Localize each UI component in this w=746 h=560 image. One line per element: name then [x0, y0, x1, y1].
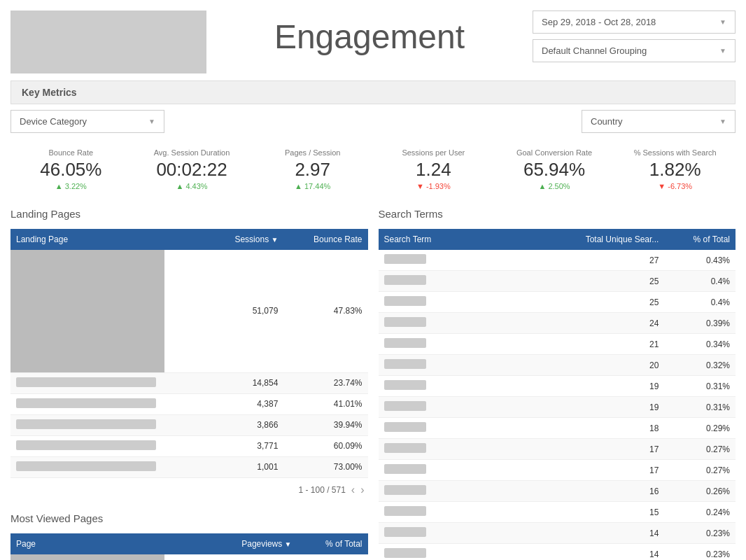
search-term-cell	[379, 418, 540, 439]
device-category-dropdown[interactable]: Device Category ▼	[10, 110, 164, 133]
up-icon	[295, 182, 304, 190]
date-range-arrow-icon: ▼	[719, 18, 726, 26]
search-term-cell	[379, 397, 540, 418]
sessions-cell: 51,079	[207, 250, 284, 372]
country-arrow-icon: ▼	[719, 118, 726, 125]
search-term-cell	[379, 271, 540, 292]
landing-page-cell	[10, 414, 207, 435]
landing-pages-pagination: 1 - 100 / 571 ‹ ›	[10, 478, 368, 502]
table-row: 3,771 60.09%	[10, 435, 368, 456]
search-term-cell	[379, 523, 540, 544]
table-row: 65,532 25.40%	[10, 554, 368, 561]
most-viewed-pages-title: Most Viewed Pages	[10, 509, 368, 528]
date-range-label: Sep 29, 2018 - Oct 28, 2018	[542, 17, 656, 27]
unique-searches-cell: 27	[539, 250, 664, 271]
sessions-cell: 4,387	[207, 393, 284, 414]
landing-page-cell	[10, 435, 207, 456]
unique-searches-cell: 14	[539, 523, 664, 544]
landing-page-cell	[10, 372, 207, 393]
unique-searches-cell: 14	[539, 544, 664, 561]
table-row: 17 0.27%	[379, 460, 736, 481]
pct-search-cell: 0.4%	[664, 271, 736, 292]
date-range-dropdown[interactable]: Sep 29, 2018 - Oct 28, 2018 ▼	[533, 10, 736, 34]
blurred-image-overlay	[10, 554, 164, 561]
sessions-cell: 3,771	[207, 435, 284, 456]
unique-searches-cell: 25	[539, 271, 664, 292]
bounce-rate-cell: 39.94%	[283, 414, 367, 435]
search-term-cell	[379, 313, 540, 334]
unique-searches-col-header: Total Unique Sear...	[539, 229, 664, 250]
search-term-cell	[379, 544, 540, 561]
pct-search-cell: 0.34%	[664, 334, 736, 355]
metric-pages-session: Pages / Session 2.97 17.44%	[252, 148, 373, 190]
bounce-rate-cell: 73.00%	[283, 456, 367, 477]
country-label: Country	[591, 116, 623, 127]
page-cell	[10, 554, 207, 561]
unique-searches-cell: 16	[539, 481, 664, 502]
landing-page-cell	[10, 250, 207, 372]
up-icon	[176, 182, 185, 190]
metric-avg-session: Avg. Session Duration 00:02:22 4.43%	[132, 148, 253, 190]
table-row: 18 0.29%	[379, 418, 736, 439]
pct-search-cell: 0.27%	[664, 460, 736, 481]
bounce-rate-cell: 47.83%	[283, 250, 367, 372]
channel-grouping-dropdown[interactable]: Default Channel Grouping ▼	[533, 39, 736, 62]
search-terms-title: Search Terms	[379, 204, 736, 223]
table-row: 25 0.4%	[379, 292, 736, 313]
bounce-rate-cell: 60.09%	[283, 435, 367, 456]
metric-goal-conversion: Goal Conversion Rate 65.94% 2.50%	[494, 148, 615, 190]
bounce-rate-cell: 23.74%	[283, 372, 367, 393]
page-col-header: Page	[10, 533, 207, 554]
sessions-cell: 14,854	[207, 372, 284, 393]
channel-grouping-label: Default Channel Grouping	[542, 46, 647, 56]
search-term-cell	[379, 481, 540, 502]
unique-searches-cell: 19	[539, 397, 664, 418]
unique-searches-cell: 25	[539, 292, 664, 313]
table-row: 4,387 41.01%	[10, 393, 368, 414]
table-row: 14 0.23%	[379, 544, 736, 561]
search-term-cell	[379, 502, 540, 523]
up-icon	[55, 182, 65, 190]
search-terms-table: Search Term Total Unique Sear... % of To…	[379, 229, 736, 560]
pct-cell: 25.40%	[297, 554, 367, 561]
unique-searches-cell: 15	[539, 502, 664, 523]
sessions-cell: 1,001	[207, 456, 284, 477]
pct-search-cell: 0.31%	[664, 397, 736, 418]
table-row: 3,866 39.94%	[10, 414, 368, 435]
landing-page-cell	[10, 393, 207, 414]
sessions-cell: 3,866	[207, 414, 284, 435]
pct-search-cell: 0.27%	[664, 439, 736, 460]
landing-pages-next-btn[interactable]: ›	[360, 484, 364, 496]
metric-sessions-user: Sessions per User 1.24 -1.93%	[373, 148, 494, 190]
channel-grouping-arrow-icon: ▼	[719, 47, 726, 55]
pct-search-cell: 0.23%	[664, 523, 736, 544]
table-row: 14,854 23.74%	[10, 372, 368, 393]
pct-search-cell: 0.29%	[664, 418, 736, 439]
blurred-image-overlay	[10, 250, 164, 372]
country-dropdown[interactable]: Country ▼	[582, 110, 736, 133]
up-icon	[538, 182, 548, 190]
metric-sessions-search: % Sessions with Search 1.82% -6.73%	[614, 148, 736, 190]
search-term-cell	[379, 460, 540, 481]
unique-searches-cell: 19	[539, 376, 664, 397]
table-row: 19 0.31%	[379, 397, 736, 418]
table-row: 17 0.27%	[379, 439, 736, 460]
table-row: 16 0.26%	[379, 481, 736, 502]
landing-pages-prev-btn[interactable]: ‹	[351, 484, 355, 496]
pct-total-search-col-header: % of Total	[664, 229, 736, 250]
pct-search-cell: 0.43%	[664, 250, 736, 271]
pct-total-col-header: % of Total	[297, 533, 367, 554]
pct-search-cell: 0.24%	[664, 502, 736, 523]
unique-searches-cell: 21	[539, 334, 664, 355]
device-category-label: Device Category	[20, 116, 87, 127]
pct-search-cell: 0.26%	[664, 481, 736, 502]
search-term-cell	[379, 376, 540, 397]
down-icon	[658, 182, 668, 190]
landing-page-col-header: Landing Page	[10, 229, 207, 250]
search-term-cell	[379, 250, 540, 271]
table-row: 14 0.23%	[379, 523, 736, 544]
pageviews-cell: 65,532	[207, 554, 297, 561]
search-term-col-header: Search Term	[379, 229, 540, 250]
bounce-rate-col-header: Bounce Rate	[283, 229, 367, 250]
sessions-col-header: Sessions ▼	[207, 229, 284, 250]
